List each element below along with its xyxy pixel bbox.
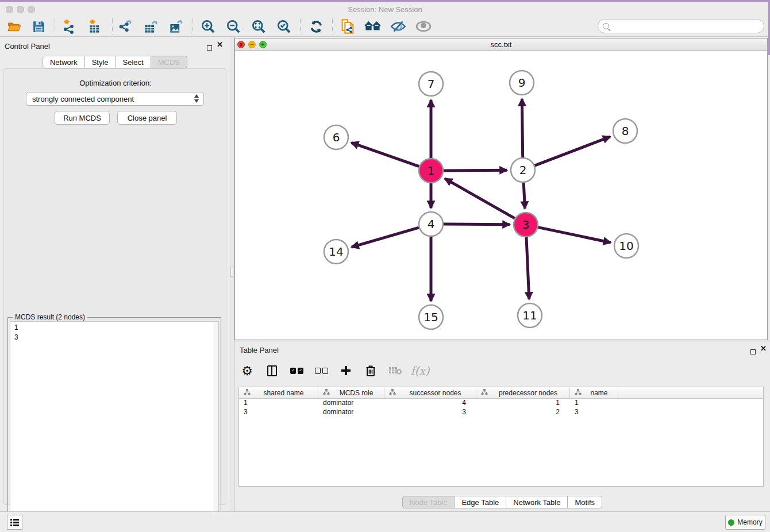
tab-mcds[interactable]: MCDS <box>151 56 187 68</box>
network-graph-canvas[interactable]: 7968124314101511 <box>235 51 767 340</box>
first-neighbors-icon[interactable] <box>363 17 383 36</box>
function-builder-icon: f(x) <box>413 363 428 378</box>
open-file-icon[interactable] <box>5 17 24 36</box>
mcds-tab-content: Optimization criterion: strongly connect… <box>3 68 226 505</box>
save-session-icon[interactable] <box>29 17 48 36</box>
export-table-icon[interactable] <box>141 17 160 36</box>
network-window-title: scc.txt <box>235 40 767 49</box>
tab-node-table[interactable]: Node Table <box>402 496 455 508</box>
table-cell[interactable]: 3 <box>570 408 618 417</box>
tab-motifs[interactable]: Motifs <box>568 496 602 508</box>
column-header-successor-nodes[interactable]: successor nodes <box>384 387 476 398</box>
node-label-8: 8 <box>622 124 629 138</box>
network-window-titlebar[interactable]: x − + scc.txt <box>235 38 767 51</box>
edge-3-1[interactable] <box>445 179 515 218</box>
mcds-result-values: 1 3 <box>14 323 18 341</box>
gear-icon[interactable]: ⚙ <box>240 363 255 378</box>
tab-style[interactable]: Style <box>85 56 116 68</box>
table-body: 1dominator4113dominator323 <box>239 399 763 417</box>
tab-select[interactable]: Select <box>116 56 151 68</box>
table-row[interactable]: 1dominator411 <box>239 399 763 408</box>
search-input[interactable] <box>598 19 764 33</box>
add-column-icon[interactable] <box>338 363 353 378</box>
edge-3-10[interactable] <box>538 228 611 243</box>
column-header-predecessor-nodes[interactable]: predecessor nodes <box>476 387 570 398</box>
export-network-icon[interactable] <box>116 17 135 36</box>
table-cell[interactable]: dominator <box>318 408 384 417</box>
node-label-14: 14 <box>329 245 343 259</box>
edge-4-3[interactable] <box>444 224 510 225</box>
hierarchy-icon <box>575 389 582 397</box>
column-layout-icon[interactable] <box>264 363 279 378</box>
edge-4-14[interactable] <box>352 228 419 247</box>
hierarchy-icon <box>244 389 251 397</box>
list-icon <box>10 519 19 526</box>
select-stepper-icon <box>194 94 199 103</box>
float-table-panel-icon[interactable] <box>750 346 756 357</box>
network-view-window: x − + scc.txt 7968124314101511 <box>234 38 768 340</box>
import-table-icon[interactable] <box>85 17 105 36</box>
mcds-result-textarea[interactable]: 1 3 <box>10 321 219 529</box>
application-window: Session: New Session <box>0 0 770 532</box>
table-row[interactable]: 3dominator323 <box>239 408 763 417</box>
edge-2-9[interactable] <box>522 99 522 157</box>
table-cell[interactable]: 1 <box>476 399 570 408</box>
node-label-3: 3 <box>522 218 530 232</box>
float-panel-icon[interactable] <box>207 43 212 53</box>
close-table-panel-icon[interactable]: ✕ <box>760 344 767 353</box>
tab-network[interactable]: Network <box>43 56 85 68</box>
zoom-selected-icon[interactable] <box>274 17 294 36</box>
edge-1-6[interactable] <box>351 142 419 166</box>
select-all-rows-icon[interactable] <box>289 363 304 378</box>
mcds-result-group: MCDS result (2 nodes) 1 3 <box>7 317 221 531</box>
vertical-split-divider[interactable] <box>230 37 234 511</box>
node-label-6: 6 <box>333 130 340 144</box>
clone-network-icon[interactable] <box>338 17 357 36</box>
show-all-icon[interactable] <box>414 17 433 36</box>
tab-edge-table[interactable]: Edge Table <box>455 496 506 508</box>
column-header-MCDS-role[interactable]: MCDS role <box>318 387 384 398</box>
table-cell[interactable]: 3 <box>384 408 476 417</box>
table-cell[interactable]: 4 <box>384 399 476 408</box>
titlebar: Session: New Session <box>0 2 770 16</box>
node-label-4: 4 <box>428 217 435 231</box>
delete-column-icon[interactable] <box>363 363 378 378</box>
search-icon <box>603 23 609 29</box>
table-cell[interactable]: 3 <box>239 408 318 417</box>
selected-option: strongly connected component <box>32 95 134 103</box>
column-header-shared-name[interactable]: shared name <box>239 387 318 398</box>
delete-table-icon <box>388 363 403 378</box>
import-network-icon[interactable] <box>59 17 79 36</box>
optimization-criterion-select[interactable]: strongly connected component <box>26 92 204 106</box>
result-scrollbar[interactable] <box>214 322 218 529</box>
status-bar: Memory <box>0 511 770 532</box>
node-table[interactable]: shared nameMCDS rolesuccessor nodesprede… <box>238 387 764 487</box>
zoom-out-icon[interactable] <box>224 17 243 36</box>
table-cell[interactable]: 1 <box>239 399 318 408</box>
table-cell[interactable]: 1 <box>570 399 618 408</box>
table-cell[interactable]: dominator <box>318 399 384 408</box>
control-panel: Control Panel ✕ NetworkStyleSelectMCDS O… <box>0 37 230 511</box>
column-header-name[interactable]: name <box>570 387 618 398</box>
hierarchy-icon <box>481 389 488 397</box>
edge-2-3[interactable] <box>523 183 525 209</box>
memory-button[interactable]: Memory <box>725 515 765 530</box>
refresh-icon[interactable] <box>306 17 326 36</box>
run-mcds-button[interactable]: Run MCDS <box>55 111 110 125</box>
tab-network-table[interactable]: Network Table <box>506 496 568 508</box>
close-panel-icon[interactable]: ✕ <box>217 40 223 49</box>
export-image-icon[interactable] <box>166 17 186 36</box>
deselect-all-rows-icon[interactable] <box>314 363 329 378</box>
control-panel-title: Control Panel <box>5 42 50 51</box>
table-cell[interactable]: 2 <box>476 408 570 417</box>
edge-1-2[interactable] <box>444 170 507 171</box>
zoom-in-icon[interactable] <box>198 17 218 36</box>
hide-selected-icon[interactable] <box>388 17 408 36</box>
edge-2-8[interactable] <box>535 137 610 165</box>
edge-3-11[interactable] <box>526 237 529 299</box>
close-panel-button[interactable]: Close panel <box>117 111 177 125</box>
split-divider-handle[interactable] <box>230 267 233 277</box>
table-panel-title: Table Panel <box>240 346 279 354</box>
fit-content-icon[interactable] <box>249 17 268 36</box>
task-history-button[interactable] <box>7 515 22 530</box>
